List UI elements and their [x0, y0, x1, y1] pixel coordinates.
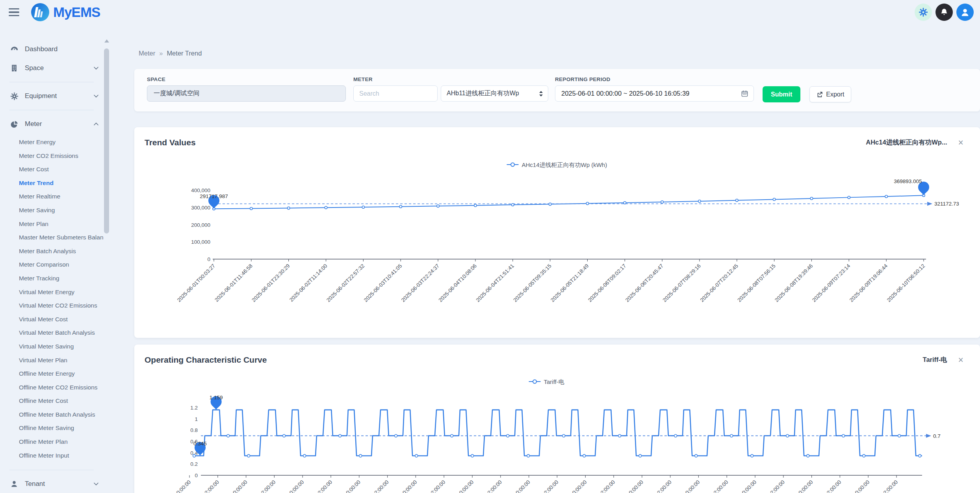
- sidebar-subitem[interactable]: Virtual Meter Plan: [0, 354, 103, 367]
- sidebar-subitem[interactable]: Meter Trend: [0, 176, 103, 190]
- sidebar-subitem[interactable]: Meter Saving: [0, 204, 103, 217]
- svg-text:AHc14进线柜正向有功Wp (kWh): AHc14进线柜正向有功Wp (kWh): [522, 161, 607, 168]
- svg-text:2025-06-09T19:06:44: 2025-06-09T19:06:44: [848, 263, 889, 303]
- occ-chart-canvas[interactable]: Tariff-电00.20.40.60.811.22025-06-01T00:0…: [134, 345, 980, 493]
- svg-text:291717.987: 291717.987: [200, 193, 228, 199]
- svg-text:321172.73: 321172.73: [934, 201, 959, 207]
- sidebar-subitem[interactable]: Meter Energy: [0, 135, 103, 149]
- svg-text:200,000: 200,000: [191, 222, 210, 228]
- sidebar-item-tenant[interactable]: Tenant: [0, 474, 103, 493]
- svg-text:2025-06-06T20:45:47: 2025-06-06T20:45:47: [624, 263, 664, 303]
- sidebar-divider: [9, 470, 94, 470]
- sidebar-subitem[interactable]: Offline Meter Input: [0, 449, 103, 463]
- chevron-up-icon: [94, 122, 98, 126]
- scrollbar-thumb[interactable]: [104, 48, 109, 234]
- breadcrumb-current: Meter Trend: [167, 50, 202, 57]
- svg-text:2025-06-01T00:03:27: 2025-06-01T00:03:27: [176, 263, 216, 303]
- sidebar-item-meter[interactable]: Meter: [0, 115, 103, 133]
- person-icon: [9, 480, 19, 488]
- sidebar-subitem[interactable]: Offline Meter CO2 Emissions: [0, 381, 103, 395]
- sidebar-divider: [9, 110, 94, 110]
- svg-text:2025-06-02T22:57:32: 2025-06-02T22:57:32: [325, 263, 366, 303]
- sidebar-subitem[interactable]: Meter CO2 Emissions: [0, 149, 103, 163]
- meter-search-input[interactable]: Search: [353, 85, 438, 102]
- svg-text:2025-06-01T11:46:58: 2025-06-01T11:46:58: [213, 263, 254, 303]
- account-button[interactable]: [956, 4, 974, 21]
- sidebar-subitem[interactable]: Offline Meter Energy: [0, 367, 103, 381]
- sidebar-item-space[interactable]: Space: [0, 59, 103, 78]
- building-icon: [9, 64, 19, 72]
- settings-button[interactable]: [915, 4, 932, 21]
- svg-text:300,000: 300,000: [191, 205, 210, 211]
- sidebar-subitem[interactable]: Meter Cost: [0, 163, 103, 176]
- svg-text:2025-06-10T06:50:12: 2025-06-10T06:50:12: [886, 263, 926, 303]
- meter-label: METER: [353, 76, 548, 82]
- svg-text:2025-06-09T07:23:14: 2025-06-09T07:23:14: [811, 263, 852, 303]
- trend-values-card: Trend Values AHc14进线柜正向有功Wp... × AHc14进线…: [134, 127, 980, 338]
- breadcrumb-separator: »: [159, 50, 163, 57]
- sidebar-item-label: Space: [25, 64, 44, 72]
- sidebar-subitem[interactable]: Meter Plan: [0, 217, 103, 231]
- external-link-icon: [817, 91, 823, 98]
- svg-text:2025-06-06T09:02:17: 2025-06-06T09:02:17: [587, 263, 627, 303]
- trend-chart-canvas[interactable]: AHc14进线柜正向有功Wp (kWh)0100,000200,000300,0…: [134, 127, 980, 338]
- sidebar-item-equipment[interactable]: Equipment: [0, 87, 103, 106]
- sort-arrows-icon: [539, 91, 543, 97]
- sidebar-subitem[interactable]: Meter Tracking: [0, 272, 103, 285]
- occ-card-title: Operating Characteristic Curve: [145, 355, 267, 365]
- sidebar-item-label: Dashboard: [25, 45, 58, 53]
- svg-text:Tariff-电: Tariff-电: [544, 378, 564, 385]
- sidebar-subitem[interactable]: Meter Comparison: [0, 258, 103, 272]
- breadcrumb-parent[interactable]: Meter: [139, 50, 155, 57]
- gear-icon: [9, 92, 19, 100]
- svg-text:0.7: 0.7: [933, 433, 941, 439]
- export-button[interactable]: Export: [809, 86, 851, 102]
- svg-text:2025-06-02T11:14:00: 2025-06-02T11:14:00: [288, 263, 329, 303]
- sidebar-subitem[interactable]: Master Meter Submeters Balance: [0, 231, 103, 245]
- svg-text:0: 0: [207, 256, 210, 262]
- reporting-period-input[interactable]: 2025-06-01 00:00:00 ~ 2025-06-10 16:05:3…: [555, 85, 754, 102]
- space-input[interactable]: 一度城/调试空间: [147, 85, 346, 102]
- sidebar-subitem[interactable]: Offline Meter Plan: [0, 435, 103, 449]
- sidebar-subitem[interactable]: Offline Meter Saving: [0, 421, 103, 435]
- svg-text:0.345: 0.345: [193, 441, 207, 447]
- sidebar-subitem[interactable]: Virtual Meter Saving: [0, 340, 103, 354]
- sidebar-subitem[interactable]: Meter Realtime: [0, 190, 103, 204]
- logo-building-icon: [31, 3, 49, 21]
- reporting-period-value: 2025-06-01 00:00:00 ~ 2025-06-10 16:05:3…: [561, 90, 689, 97]
- close-icon[interactable]: ×: [958, 356, 963, 363]
- chevron-down-icon: [94, 482, 98, 486]
- sidebar-scrollbar[interactable]: [103, 24, 110, 493]
- svg-text:2025-06-07T08:29:16: 2025-06-07T08:29:16: [662, 263, 702, 303]
- occ-card-meter-label: Tariff-电: [923, 356, 947, 364]
- svg-text:0.2: 0.2: [190, 461, 198, 467]
- sidebar-subitem[interactable]: Virtual Meter Cost: [0, 313, 103, 326]
- trend-card-title: Trend Values: [145, 138, 196, 147]
- sidebar-item-dashboard[interactable]: Dashboard: [0, 40, 103, 59]
- submit-button[interactable]: Submit: [763, 86, 800, 102]
- sidebar-subitem[interactable]: Meter Batch Analysis: [0, 245, 103, 258]
- close-icon[interactable]: ×: [958, 139, 963, 146]
- export-button-label: Export: [826, 91, 844, 98]
- sidebar-subitem[interactable]: Offline Meter Cost: [0, 394, 103, 408]
- meter-select[interactable]: AHb11进线柜正向有功Wp: [441, 85, 548, 102]
- menu-toggle-icon[interactable]: [9, 8, 19, 17]
- notifications-button[interactable]: [935, 4, 953, 21]
- main-content: Meter»Meter Trend SPACE 一度城/调试空间 METER S…: [114, 24, 980, 493]
- sidebar-subitem[interactable]: Virtual Meter CO2 Emissions: [0, 299, 103, 313]
- svg-text:2025-06-08T07:56:15: 2025-06-08T07:56:15: [736, 263, 776, 303]
- chevron-down-icon: [94, 95, 98, 98]
- sidebar-subitem[interactable]: Virtual Meter Batch Analysis: [0, 326, 103, 340]
- sidebar-item-label: Tenant: [25, 480, 45, 488]
- meter-select-value: AHb11进线柜正向有功Wp: [447, 89, 519, 98]
- sidebar-item-label: Meter: [25, 120, 42, 128]
- svg-text:2025-06-04T21:51:41: 2025-06-04T21:51:41: [475, 263, 515, 303]
- top-navbar: MyEMS: [0, 0, 980, 24]
- sidebar-subitem[interactable]: Offline Meter Batch Analysis: [0, 408, 103, 422]
- scroll-up-arrow-icon[interactable]: [104, 39, 109, 43]
- svg-text:1.2: 1.2: [190, 405, 198, 411]
- sidebar-subitem[interactable]: Virtual Meter Energy: [0, 285, 103, 299]
- app-logo[interactable]: MyEMS: [31, 3, 100, 21]
- chevron-down-icon: [94, 67, 98, 70]
- svg-text:0: 0: [195, 473, 198, 478]
